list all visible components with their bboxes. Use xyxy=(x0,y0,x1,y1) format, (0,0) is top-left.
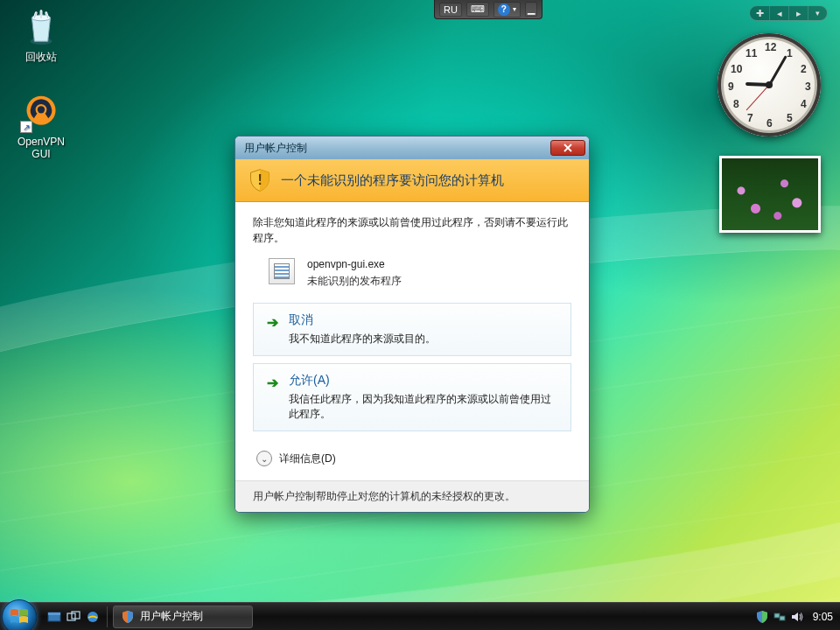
sidebar-add-button[interactable]: ✚ xyxy=(750,6,769,20)
program-icon xyxy=(269,258,295,284)
taskbar-item-label: 用户帐户控制 xyxy=(140,609,203,624)
desktop-icon-label: OpenVPN GUI xyxy=(7,136,75,160)
ie-button[interactable] xyxy=(84,608,102,626)
uac-explain-text: 除非您知道此程序的来源或以前曾使用过此程序，否则请不要运行此程序。 xyxy=(253,214,571,246)
uac-header: ! 一个未能识别的程序要访问您的计算机 xyxy=(235,159,589,202)
switch-windows-button[interactable] xyxy=(65,608,82,626)
uac-footer-text: 用户帐户控制帮助停止对您的计算机的未经授权的更改。 xyxy=(235,480,589,512)
close-button[interactable] xyxy=(550,140,585,156)
svg-rect-11 xyxy=(780,616,785,620)
help-icon[interactable]: ?▾ xyxy=(494,2,521,18)
allow-option-desc: 我信任此程序，因为我知道此程序的来源或以前曾使用过此程序。 xyxy=(289,392,558,422)
uac-titlebar[interactable]: 用户帐户控制 xyxy=(235,136,589,159)
volume-tray-icon[interactable] xyxy=(790,610,804,624)
details-label: 详细信息(D) xyxy=(279,452,336,466)
shield-icon xyxy=(121,610,135,624)
recycle-bin-icon xyxy=(20,5,62,47)
details-toggle[interactable]: ⌄ 详细信息(D) xyxy=(253,438,571,475)
uac-program-info: openvpn-gui.exe 未能识别的发布程序 xyxy=(269,258,571,289)
desktop-icon-label: 回收站 xyxy=(7,50,75,65)
allow-option[interactable]: ➔ 允许(A) 我信任此程序，因为我知道此程序的来源或以前曾使用过此程序。 xyxy=(253,363,571,431)
program-publisher: 未能识别的发布程序 xyxy=(307,274,402,289)
taskbar-clock[interactable]: 9:05 xyxy=(813,611,833,623)
slideshow-gadget[interactable] xyxy=(719,156,821,233)
cancel-option-title: 取消 xyxy=(289,312,436,328)
openvpn-icon: ↗ xyxy=(20,91,62,133)
sidebar-controls: ✚ ◂ ▸ ▾ xyxy=(749,5,828,21)
language-bar[interactable]: RU ⌨ ?▾ ▁ xyxy=(434,0,542,19)
allow-option-title: 允许(A) xyxy=(289,373,558,388)
langbar-minimize-icon[interactable]: ▁ xyxy=(525,2,537,17)
keyboard-icon[interactable]: ⌨ xyxy=(466,2,489,17)
program-name: openvpn-gui.exe xyxy=(307,258,402,270)
uac-dialog: 用户帐户控制 ! 一个未能识别的程序要访问您的计算机 除非您知道此程序的来源或以… xyxy=(234,136,590,513)
uac-title: 用户帐户控制 xyxy=(244,141,550,156)
svg-rect-10 xyxy=(774,613,780,618)
arrow-right-icon: ➔ xyxy=(264,374,280,390)
system-tray: 9:05 xyxy=(748,610,840,624)
sidebar-prev-button[interactable]: ◂ xyxy=(769,6,788,20)
cancel-option[interactable]: ➔ 取消 我不知道此程序的来源或目的。 xyxy=(253,303,571,356)
uac-header-text: 一个未能识别的程序要访问您的计算机 xyxy=(281,172,504,189)
desktop-icon-openvpn[interactable]: ↗ OpenVPN GUI xyxy=(7,91,75,160)
windows-logo-icon xyxy=(8,606,31,628)
arrow-right-icon: ➔ xyxy=(264,314,280,330)
svg-rect-6 xyxy=(48,612,60,615)
desktop-icon-recycle-bin[interactable]: 回收站 xyxy=(7,5,75,65)
close-icon xyxy=(564,144,572,152)
sidebar-options-button[interactable]: ▾ xyxy=(808,6,827,20)
language-indicator[interactable]: RU xyxy=(439,3,462,17)
start-button[interactable] xyxy=(2,599,37,631)
shield-warning-icon: ! xyxy=(248,168,272,192)
show-desktop-button[interactable] xyxy=(46,608,63,626)
svg-point-3 xyxy=(38,106,45,113)
quick-launch xyxy=(40,606,108,627)
svg-text:!: ! xyxy=(257,172,262,187)
taskbar: 用户帐户控制 9:05 xyxy=(0,602,840,630)
cancel-option-desc: 我不知道此程序的来源或目的。 xyxy=(289,332,436,346)
sidebar-next-button[interactable]: ▸ xyxy=(788,6,808,20)
chevron-down-icon: ⌄ xyxy=(256,451,272,466)
network-tray-icon[interactable] xyxy=(773,610,787,624)
taskbar-item-uac[interactable]: 用户帐户控制 xyxy=(113,606,253,628)
security-tray-icon[interactable] xyxy=(755,610,769,624)
clock-gadget[interactable]: 12 1 2 3 4 5 6 7 8 9 10 11 xyxy=(718,33,821,136)
shortcut-overlay-icon: ↗ xyxy=(20,121,32,133)
